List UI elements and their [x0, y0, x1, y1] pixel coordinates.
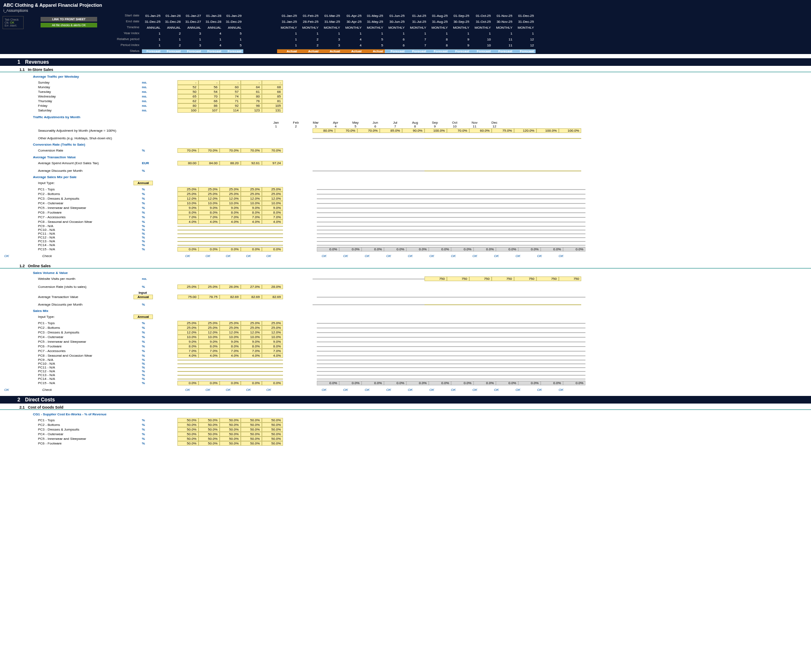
- monthly-cell[interactable]: [406, 203, 429, 204]
- annual-cell[interactable]: 50.0%: [220, 418, 241, 423]
- monthly-cell[interactable]: [357, 279, 380, 279]
- monthly-cell[interactable]: [339, 203, 362, 204]
- monthly-cell[interactable]: [362, 363, 384, 364]
- annual-cell[interactable]: 10.0%: [241, 335, 262, 339]
- monthly-cell[interactable]: 0.0%: [384, 247, 406, 252]
- monthly-cell[interactable]: [406, 230, 429, 230]
- monthly-cell[interactable]: [339, 346, 362, 347]
- monthly-cell[interactable]: [518, 337, 541, 338]
- monthly-cell[interactable]: [496, 337, 518, 338]
- monthly-cell[interactable]: [317, 212, 339, 213]
- annual-cell[interactable]: 50.0%: [241, 427, 262, 432]
- annual-cell[interactable]: 7.0%: [220, 349, 241, 353]
- monthly-cell[interactable]: [384, 189, 406, 190]
- monthly-cell[interactable]: 0.0%: [362, 247, 384, 252]
- monthly-cell[interactable]: [402, 138, 425, 139]
- monthly-cell[interactable]: [429, 332, 451, 333]
- monthly-cell[interactable]: [384, 363, 406, 364]
- annual-cell[interactable]: [262, 367, 283, 368]
- monthly-cell[interactable]: [496, 226, 518, 227]
- monthly-cell[interactable]: [563, 328, 585, 328]
- monthly-cell[interactable]: [384, 341, 406, 342]
- monthly-cell[interactable]: [339, 233, 362, 234]
- annual-cell[interactable]: 4.0%: [262, 219, 283, 224]
- monthly-cell[interactable]: [541, 367, 563, 368]
- monthly-cell[interactable]: [518, 375, 541, 376]
- monthly-cell[interactable]: [474, 198, 496, 199]
- monthly-cell[interactable]: 750: [492, 276, 514, 281]
- monthly-cell[interactable]: [317, 328, 339, 328]
- annual-cell[interactable]: 12.0%: [220, 330, 241, 335]
- monthly-cell[interactable]: [518, 355, 541, 356]
- annual-cell[interactable]: [262, 233, 283, 234]
- monthly-cell[interactable]: 0.0%: [339, 247, 362, 252]
- monthly-cell[interactable]: [474, 341, 496, 342]
- annual-cell[interactable]: [177, 241, 199, 242]
- monthly-cell[interactable]: [317, 371, 339, 372]
- annual-cell[interactable]: [220, 360, 241, 360]
- monthly-cell[interactable]: [518, 360, 541, 360]
- monthly-cell[interactable]: [362, 226, 384, 227]
- monthly-cell[interactable]: [362, 245, 384, 246]
- annual-cell[interactable]: 0.0%: [199, 381, 220, 385]
- annual-cell[interactable]: [199, 360, 220, 360]
- annual-cell[interactable]: 4.0%: [199, 353, 220, 358]
- monthly-cell[interactable]: [429, 189, 451, 190]
- monthly-cell[interactable]: [541, 226, 563, 227]
- monthly-cell[interactable]: [429, 371, 451, 372]
- monthly-cell[interactable]: [563, 194, 585, 195]
- annual-cell[interactable]: 4.0%: [199, 219, 220, 224]
- monthly-cell[interactable]: [317, 363, 339, 364]
- monthly-cell[interactable]: [518, 245, 541, 246]
- monthly-cell[interactable]: 100.0%: [559, 128, 581, 133]
- annual-cell[interactable]: 25.0%: [177, 325, 199, 330]
- annual-cell[interactable]: [241, 360, 262, 360]
- annual-cell[interactable]: [262, 245, 283, 246]
- annual-cell[interactable]: 10.0%: [220, 335, 241, 339]
- monthly-cell[interactable]: 120.0%: [514, 128, 536, 133]
- annual-cell[interactable]: 12.0%: [199, 196, 220, 201]
- annual-cell[interactable]: [177, 371, 199, 372]
- monthly-cell[interactable]: 0.0%: [317, 381, 339, 385]
- monthly-cell[interactable]: [313, 138, 335, 139]
- monthly-cell[interactable]: [518, 217, 541, 218]
- monthly-cell[interactable]: [406, 222, 429, 222]
- annual-cell[interactable]: 9.0%: [177, 206, 199, 210]
- annual-cell[interactable]: 80.00: [177, 161, 199, 165]
- annual-cell[interactable]: 10.0%: [262, 335, 283, 339]
- monthly-cell[interactable]: [541, 212, 563, 213]
- monthly-cell[interactable]: [406, 379, 429, 379]
- annual-cell[interactable]: 50.0%: [220, 436, 241, 441]
- monthly-cell[interactable]: [384, 355, 406, 356]
- annual-cell[interactable]: 8.0%: [220, 344, 241, 349]
- annual-cell[interactable]: 66: [199, 99, 220, 103]
- monthly-cell[interactable]: [541, 375, 563, 376]
- monthly-cell[interactable]: 0.0%: [451, 247, 474, 252]
- monthly-cell[interactable]: [563, 217, 585, 218]
- monthly-cell[interactable]: [339, 379, 362, 379]
- monthly-cell[interactable]: [518, 332, 541, 333]
- monthly-cell[interactable]: [406, 226, 429, 227]
- monthly-cell[interactable]: [362, 198, 384, 199]
- monthly-cell[interactable]: [384, 241, 406, 242]
- monthly-cell[interactable]: [563, 241, 585, 242]
- monthly-cell[interactable]: 0.0%: [518, 381, 541, 385]
- monthly-cell[interactable]: [451, 203, 474, 204]
- annual-cell[interactable]: 50.0%: [241, 436, 262, 441]
- annual-cell[interactable]: 50.0%: [262, 418, 283, 423]
- annual-cell[interactable]: 88.20: [220, 161, 241, 165]
- monthly-cell[interactable]: [496, 241, 518, 242]
- annual-cell[interactable]: 80: [241, 94, 262, 99]
- monthly-cell[interactable]: [447, 304, 469, 305]
- annual-cell[interactable]: [177, 237, 199, 238]
- monthly-cell[interactable]: [451, 371, 474, 372]
- annual-cell[interactable]: 92.61: [241, 161, 262, 165]
- monthly-cell[interactable]: [451, 375, 474, 376]
- monthly-cell[interactable]: [514, 304, 536, 305]
- monthly-cell[interactable]: [536, 171, 559, 171]
- monthly-cell[interactable]: [429, 367, 451, 368]
- monthly-cell[interactable]: [474, 355, 496, 356]
- annual-cell[interactable]: 8.0%: [262, 210, 283, 215]
- annual-cell[interactable]: 7.0%: [262, 349, 283, 353]
- annual-cell[interactable]: 68: [262, 85, 283, 89]
